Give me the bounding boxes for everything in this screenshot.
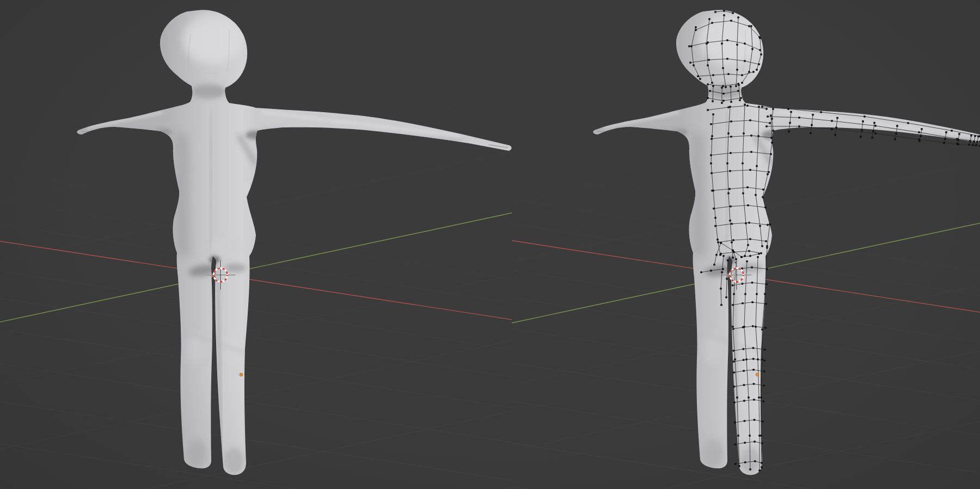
mesh-vertex[interactable]	[734, 358, 736, 360]
mesh-vertex[interactable]	[707, 97, 709, 99]
mesh-vertex[interactable]	[743, 384, 745, 386]
mesh-vertex[interactable]	[710, 138, 713, 140]
mesh-vertex[interactable]	[727, 259, 729, 261]
mesh-vertex[interactable]	[973, 140, 975, 143]
mesh-vertex[interactable]	[707, 83, 709, 85]
mesh-vertex[interactable]	[761, 358, 763, 360]
mesh-vertex[interactable]	[765, 125, 768, 127]
mesh-vertex[interactable]	[747, 204, 749, 206]
mesh-vertex[interactable]	[730, 205, 732, 207]
selected-vertex-dot[interactable]	[756, 373, 759, 376]
mesh-vertex[interactable]	[745, 222, 747, 224]
mesh-vertex[interactable]	[736, 69, 738, 71]
mesh-vertex[interactable]	[729, 170, 731, 172]
mesh-vertex[interactable]	[752, 383, 755, 385]
mesh-vertex[interactable]	[969, 140, 971, 142]
mesh-vertex[interactable]	[744, 255, 746, 257]
mesh-vertex[interactable]	[871, 137, 873, 139]
mesh-vertex[interactable]	[769, 223, 771, 225]
mesh-vertex[interactable]	[742, 348, 744, 350]
mesh-vertex[interactable]	[744, 60, 746, 62]
mesh-vertex[interactable]	[760, 53, 762, 56]
mesh-vertex[interactable]	[772, 130, 774, 132]
mesh-vertex[interactable]	[710, 154, 712, 156]
mesh-vertex[interactable]	[945, 131, 947, 133]
mesh-vertex[interactable]	[743, 359, 745, 361]
mesh-vertex[interactable]	[733, 293, 735, 295]
mesh-vertex[interactable]	[951, 130, 953, 132]
mesh-vertex[interactable]	[731, 284, 733, 286]
mesh-vertex[interactable]	[798, 125, 800, 127]
mesh-vertex[interactable]	[744, 103, 746, 106]
mesh-vertex[interactable]	[730, 85, 732, 88]
mesh-vertex[interactable]	[754, 441, 756, 443]
mesh-vertex[interactable]	[749, 435, 751, 437]
mesh-vertex[interactable]	[744, 461, 746, 463]
mesh-vertex[interactable]	[714, 217, 716, 219]
mesh-vertex[interactable]	[734, 463, 737, 465]
mesh-vertex[interactable]	[944, 138, 946, 140]
mesh-vertex[interactable]	[728, 188, 731, 190]
mesh-vertex[interactable]	[741, 82, 743, 84]
mesh-vertex[interactable]	[977, 136, 979, 138]
mesh-vertex[interactable]	[812, 114, 814, 116]
mesh-vertex[interactable]	[733, 401, 736, 404]
mesh-vertex[interactable]	[700, 271, 702, 273]
mesh-vertex[interactable]	[761, 442, 763, 444]
mesh-vertex[interactable]	[725, 296, 727, 298]
mesh-vertex[interactable]	[767, 224, 769, 226]
mesh-vertex[interactable]	[738, 84, 740, 86]
mesh-vertex[interactable]	[834, 134, 836, 136]
mesh-vertex[interactable]	[757, 135, 759, 137]
mesh-vertex[interactable]	[722, 268, 724, 270]
mesh-vertex[interactable]	[762, 196, 764, 198]
mesh-vertex[interactable]	[743, 132, 745, 135]
mesh-vertex[interactable]	[695, 29, 697, 31]
mesh-vertex[interactable]	[720, 288, 722, 290]
mesh-vertex[interactable]	[753, 419, 755, 421]
mesh-vertex[interactable]	[711, 135, 713, 137]
viewport-shaded[interactable]	[0, 0, 512, 489]
mesh-vertex[interactable]	[762, 420, 764, 423]
mesh-vertex[interactable]	[895, 132, 897, 135]
mesh-vertex[interactable]	[726, 39, 728, 41]
mesh-vertex[interactable]	[752, 358, 755, 360]
mesh-vertex[interactable]	[732, 239, 734, 241]
mesh-vertex[interactable]	[721, 271, 723, 273]
mesh-vertex[interactable]	[727, 73, 730, 75]
mesh-vertex[interactable]	[732, 12, 734, 14]
mesh-vertex[interactable]	[727, 106, 730, 108]
mesh-vertex[interactable]	[725, 86, 727, 88]
mesh-vertex[interactable]	[751, 282, 753, 284]
mesh-vertex[interactable]	[713, 207, 715, 210]
mesh-vertex[interactable]	[748, 222, 750, 224]
mesh-vertex[interactable]	[720, 253, 722, 255]
mesh-vertex[interactable]	[860, 136, 862, 138]
mesh-vertex[interactable]	[722, 255, 725, 257]
mesh-vertex[interactable]	[727, 192, 730, 194]
mesh-vertex[interactable]	[720, 242, 722, 244]
mesh-vertex[interactable]	[751, 48, 754, 50]
mesh-vertex[interactable]	[750, 25, 752, 27]
mesh-vertex[interactable]	[729, 219, 731, 222]
mesh-vertex[interactable]	[748, 250, 750, 252]
mesh-vertex[interactable]	[746, 186, 749, 188]
mesh-vertex[interactable]	[750, 151, 752, 153]
mesh-vertex[interactable]	[748, 396, 750, 399]
mesh-vertex[interactable]	[748, 25, 750, 27]
mesh-vertex[interactable]	[894, 138, 896, 140]
mesh-vertex[interactable]	[956, 143, 958, 145]
mesh-vertex[interactable]	[710, 172, 713, 174]
mesh-vertex[interactable]	[968, 144, 970, 146]
mesh-vertex[interactable]	[713, 264, 715, 266]
mesh-vertex[interactable]	[711, 22, 713, 24]
mesh-vertex[interactable]	[750, 135, 752, 137]
mesh-vertex[interactable]	[767, 173, 769, 175]
mesh-vertex[interactable]	[976, 141, 978, 143]
mesh-vertex[interactable]	[758, 469, 761, 472]
mesh-vertex[interactable]	[732, 304, 734, 306]
mesh-vertex[interactable]	[758, 36, 761, 38]
mesh-vertex[interactable]	[755, 194, 757, 196]
mesh-vertex[interactable]	[970, 135, 972, 137]
mesh-vertex[interactable]	[746, 260, 748, 262]
